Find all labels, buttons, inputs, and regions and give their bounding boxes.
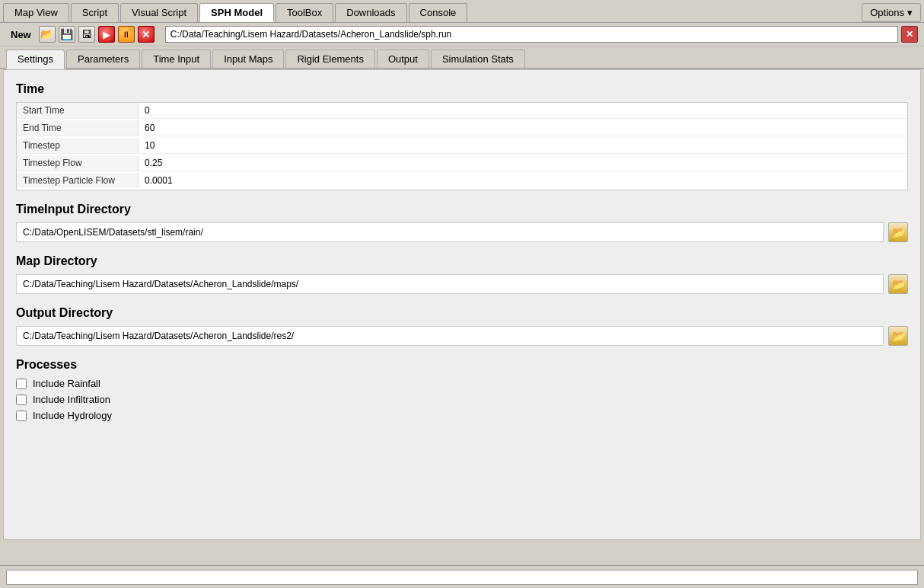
include-hydrology-label: Include Hydrology [33,410,112,421]
field-row-timestepflow: Timestep Flow 0.25 [17,155,907,171]
path-input[interactable] [165,26,898,43]
checkbox-row-rainfall: Include Rainfall [16,378,908,389]
include-rainfall-checkbox[interactable] [16,379,27,389]
stop-icon[interactable]: ✕ [138,26,155,43]
map-dir-browse-button[interactable]: 📂 [888,274,908,294]
nav-tab-mapview[interactable]: Map View [3,3,69,22]
nav-tab-sphmodel[interactable]: SPH Model [199,3,274,22]
nav-tab-visualscript[interactable]: Visual Script [120,3,198,22]
sub-tab-settings[interactable]: Settings [6,50,65,69]
output-dir-browse-button[interactable]: 📂 [888,326,908,346]
main-content: Time Start Time 0 End Time 60 Timestep 1… [3,69,921,540]
map-dir-title: Map Directory [16,254,908,268]
nav-tab-toolbox[interactable]: ToolBox [276,3,333,22]
sub-tabs-container: Settings Parameters Time Input Input Map… [0,46,924,69]
processes-section: Processes Include Rainfall Include Infil… [16,358,908,421]
save-as-icon[interactable]: 🖫 [78,26,95,43]
timestep-particle-flow-label: Timestep Particle Flow [17,173,139,188]
map-dir-section: Map Directory 📂 [16,254,908,294]
sub-tab-parameters[interactable]: Parameters [66,50,140,68]
start-time-value: 0 [139,103,907,118]
output-dir-input[interactable] [16,326,884,346]
time-section-title: Time [16,82,908,96]
timeinput-dir-row: 📂 [16,222,908,242]
timestep-label: Timestep [17,138,139,153]
time-fields-box: Start Time 0 End Time 60 Timestep 10 Tim… [16,102,908,190]
sub-tab-rigidelements[interactable]: Rigid Elements [285,50,374,68]
timestep-flow-value: 0.25 [139,155,907,171]
include-hydrology-checkbox[interactable] [16,411,27,421]
run-icon[interactable]: ▶ [98,26,115,43]
processes-title: Processes [16,358,908,372]
field-row-timestep: Timestep 10 [17,138,907,154]
toolbar: New 📂 💾 🖫 ▶ ⏸ ✕ ✕ [0,23,924,46]
timestep-flow-label: Timestep Flow [17,155,139,171]
timeinput-dir-input[interactable] [16,222,884,242]
status-bar [0,565,924,588]
output-dir-row: 📂 [16,326,908,346]
end-time-value: 60 [139,120,907,136]
folder-open-icon3: 📂 [892,330,905,342]
options-button[interactable]: Options ▾ [862,3,921,22]
map-dir-input[interactable] [16,274,884,294]
nav-tab-console[interactable]: Console [409,3,468,22]
options-arrow-icon: ▾ [907,7,913,18]
include-infiltration-label: Include Infiltration [33,394,110,405]
pause-icon[interactable]: ⏸ [118,26,135,43]
end-time-label: End Time [17,120,139,136]
timestep-value: 10 [139,138,907,153]
options-label: Options [870,7,904,18]
path-clear-button[interactable]: ✕ [901,26,918,43]
include-rainfall-label: Include Rainfall [33,378,100,389]
output-dir-title: Output Directory [16,306,908,320]
top-nav: Map View Script Visual Script SPH Model … [0,0,924,23]
sub-tab-timeinput[interactable]: Time Input [142,50,211,68]
save-icon[interactable]: 💾 [59,26,75,43]
timestep-particle-flow-value: 0.0001 [139,173,907,188]
folder-open-icon2: 📂 [892,278,905,290]
field-row-endtime: End Time 60 [17,120,907,136]
new-button[interactable]: New [6,27,36,42]
sub-tab-inputmaps[interactable]: Input Maps [212,50,284,68]
start-time-label: Start Time [17,103,139,118]
nav-tab-script[interactable]: Script [71,3,119,22]
map-dir-row: 📂 [16,274,908,294]
sub-tab-output[interactable]: Output [377,50,429,68]
nav-tabs-container: Map View Script Visual Script SPH Model … [3,3,467,22]
timeinput-dir-title: TimeInput Directory [16,203,908,216]
include-infiltration-checkbox[interactable] [16,395,27,405]
folder-open-icon: 📂 [892,226,905,238]
timeinput-dir-browse-button[interactable]: 📂 [888,222,908,242]
open-folder-icon[interactable]: 📂 [39,26,56,43]
checkbox-row-infiltration: Include Infiltration [16,394,908,405]
sub-tab-simulationstats[interactable]: Simulation Stats [431,50,525,68]
checkbox-row-hydrology: Include Hydrology [16,410,908,421]
output-dir-section: Output Directory 📂 [16,306,908,346]
nav-tab-downloads[interactable]: Downloads [335,3,406,22]
status-input[interactable] [6,570,918,585]
field-row-starttime: Start Time 0 [17,103,907,119]
path-bar: ✕ [165,26,918,43]
timeinput-dir-section: TimeInput Directory 📂 [16,203,908,242]
field-row-timestepparticleflow: Timestep Particle Flow 0.0001 [17,173,907,188]
